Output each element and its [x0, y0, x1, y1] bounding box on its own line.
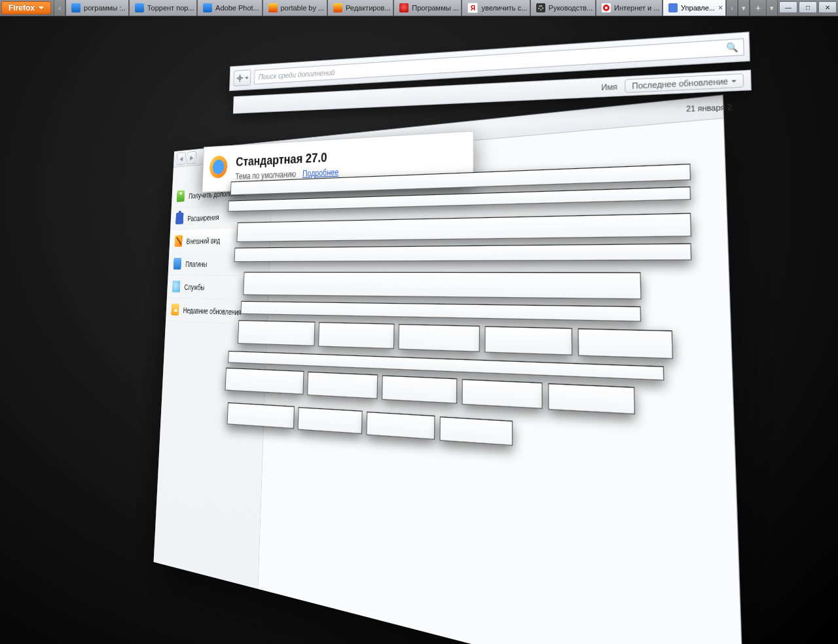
tab-label: Руководств...	[549, 4, 592, 12]
category-label: Службы	[184, 282, 205, 291]
category-label: Расширения	[187, 212, 219, 223]
dom-layer-slab	[484, 326, 572, 355]
browser-tab[interactable]: Яувеличить с...	[462, 0, 530, 16]
dom-layer-slab	[243, 272, 641, 300]
minimize-button[interactable]: —	[779, 1, 797, 13]
tab-favicon	[399, 3, 409, 12]
new-tab-button[interactable]: +	[750, 0, 766, 16]
category-icon	[175, 213, 183, 224]
close-window-button[interactable]: ✕	[818, 1, 837, 13]
sort-by-updated[interactable]: Последнее обновление	[625, 73, 744, 93]
dom-layer-slab	[227, 402, 295, 429]
category-label: Плагины	[185, 259, 208, 268]
theme-icon	[210, 155, 228, 178]
dom-layer-slab	[225, 368, 304, 395]
tab-label: рограммы :..	[84, 4, 126, 12]
dom-layer-slab	[382, 375, 457, 404]
tab-favicon	[203, 3, 212, 12]
browser-tab[interactable]: Управле...×	[663, 0, 726, 16]
dom-layer-slab	[548, 384, 635, 415]
tab-scroll-left[interactable]: ‹	[54, 0, 65, 16]
tab-group-dropdown[interactable]: ▾	[766, 0, 778, 16]
category-icon	[177, 190, 185, 202]
dom-layer-slab	[578, 329, 674, 359]
nav-forward-button[interactable]: ▶	[187, 151, 196, 164]
tab-label: Adobe Phot...	[215, 4, 259, 12]
tab-scroll-right[interactable]: ›	[726, 0, 738, 16]
dom-layer-slab	[318, 322, 395, 349]
dom-layer-slab	[307, 372, 378, 399]
tab-label: Управле...	[681, 4, 715, 12]
dom-layer-slab	[462, 379, 542, 409]
tab-favicon	[71, 3, 81, 12]
search-placeholder: Поиск среди дополнений	[258, 68, 335, 81]
tools-gear-button[interactable]	[233, 69, 251, 86]
window-controls: — □ ✕	[778, 0, 838, 16]
search-icon[interactable]: 🔍	[726, 42, 738, 54]
dom-layer-slab	[298, 407, 363, 434]
browser-tab[interactable]: Руководств...	[530, 0, 596, 16]
tab-label: Торрент пор...	[147, 4, 194, 12]
category-icon	[174, 235, 182, 247]
tab-label: Редактиров...	[346, 4, 391, 12]
browser-tab[interactable]: portable by ...	[263, 0, 327, 16]
tab-label: Интернет и ...	[614, 4, 659, 12]
browser-tab[interactable]: Интернет и ...	[596, 0, 663, 16]
browser-tab[interactable]: Редактиров...	[327, 0, 393, 16]
dom-layer-slab	[366, 412, 435, 440]
category-label: Недавние обновления	[183, 305, 242, 316]
category-label: Внешний вид	[187, 236, 221, 245]
tab-strip: Firefox ‹ рограммы :..Торрент пор...Adob…	[0, 0, 838, 16]
browser-tab[interactable]: рограммы :..	[65, 0, 129, 16]
3d-tilt-view: ◀ ▶ Получить дополненияРасширенияВнешний…	[0, 16, 838, 644]
tab-favicon	[135, 3, 144, 12]
svg-point-0	[238, 77, 241, 79]
gear-icon	[236, 74, 244, 82]
nav-back-button[interactable]: ◀	[176, 152, 186, 165]
browser-tab[interactable]: Adobe Phot...	[197, 0, 262, 16]
category-icon	[173, 258, 182, 270]
category-icon	[172, 281, 181, 293]
tab-label: увеличить с...	[481, 4, 527, 12]
dom-layer-slab	[398, 324, 480, 352]
browser-tab[interactable]: Программы ...	[393, 0, 462, 16]
browser-tab[interactable]: Торрент пор...	[129, 0, 197, 16]
category-icon	[171, 304, 179, 315]
firefox-app-button[interactable]: Firefox	[1, 1, 51, 14]
sort-by-name[interactable]: Имя	[601, 82, 617, 92]
tab-favicon	[668, 3, 678, 12]
tab-favicon	[536, 3, 545, 12]
tab-close-button[interactable]: ×	[718, 4, 723, 12]
dom-layer-slab	[238, 320, 316, 346]
tab-favicon	[268, 3, 278, 12]
tab-label: Программы ...	[412, 4, 459, 12]
tab-favicon	[602, 3, 611, 12]
update-date-label: 21 января 2	[686, 103, 732, 113]
tab-list-dropdown[interactable]: ▾	[738, 0, 750, 16]
dom-layer-slab	[439, 416, 513, 446]
maximize-button[interactable]: □	[799, 1, 817, 13]
tab-favicon: Я	[467, 3, 478, 13]
tab-favicon	[333, 3, 342, 12]
tab-label: portable by ...	[281, 4, 325, 12]
